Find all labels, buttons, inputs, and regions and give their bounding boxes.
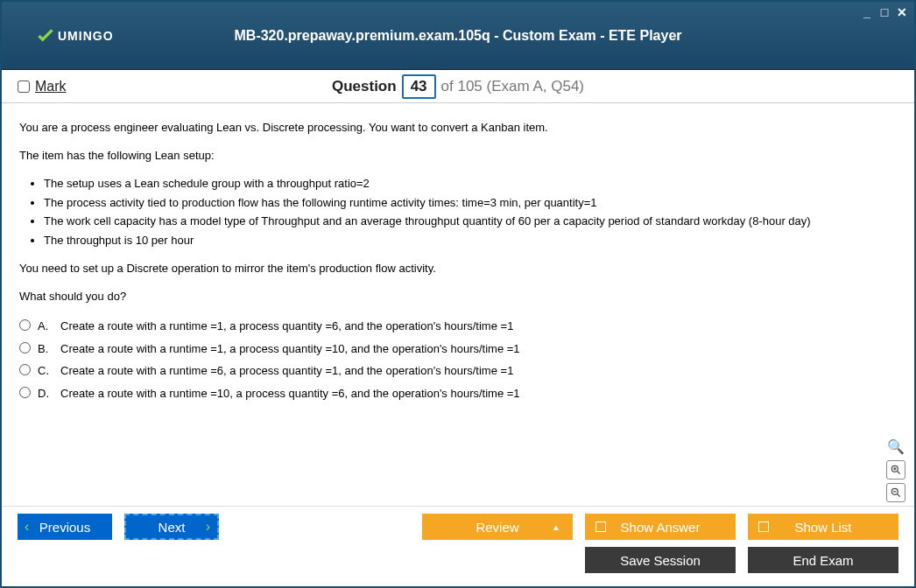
option-letter: B. [38, 340, 53, 358]
mark-label: Mark [35, 79, 67, 94]
option-c[interactable]: C. Create a route with a runtime =6, a p… [19, 360, 897, 382]
show-list-button[interactable]: Show List [748, 514, 898, 540]
zoom-out-button[interactable] [886, 483, 905, 502]
radio-icon [19, 364, 31, 375]
question-setup-label: The item has the following Lean setup: [19, 147, 897, 164]
svg-line-5 [898, 494, 900, 497]
save-session-button[interactable]: Save Session [585, 547, 736, 573]
button-label: Next [159, 520, 186, 535]
review-button[interactable]: Review ▲ [422, 514, 573, 540]
option-letter: C. [38, 362, 53, 380]
setup-list: The setup uses a Lean schedule group wit… [44, 174, 897, 249]
question-label: Question [332, 78, 397, 95]
list-item: The process activity tied to production … [44, 193, 897, 213]
option-text: Create a route with a runtime =1, a proc… [60, 340, 520, 358]
titlebar: UMINGO MB-320.prepaway.premium.exam.105q… [2, 2, 914, 70]
option-a[interactable]: A. Create a route with a runtime =1, a p… [19, 315, 897, 338]
question-number: 43 [402, 74, 436, 99]
chevron-right-icon: › [206, 519, 210, 535]
previous-button[interactable]: ‹ Previous [18, 514, 112, 540]
footer-row-2: Save Session End Exam [18, 547, 898, 573]
list-item: The setup uses a Lean schedule group wit… [44, 174, 897, 193]
question-header: Mark Question 43 of 105 (Exam A, Q54) [2, 70, 914, 103]
question-counter: Question 43 of 105 (Exam A, Q54) [332, 74, 584, 99]
button-label: Previous [39, 520, 90, 535]
option-b[interactable]: B. Create a route with a runtime =1, a p… [19, 338, 897, 360]
option-text: Create a route with a runtime =6, a proc… [60, 362, 513, 380]
radio-icon [19, 342, 31, 354]
close-icon[interactable]: ✕ [895, 5, 909, 19]
footer: ‹ Previous Next › Review ▲ Show Answer S… [2, 506, 914, 582]
button-label: Show Answer [621, 520, 701, 535]
checkmark-icon [37, 27, 54, 45]
footer-row-1: ‹ Previous Next › Review ▲ Show Answer S… [18, 514, 898, 540]
option-letter: A. [38, 318, 53, 335]
mark-checkbox[interactable]: Mark [18, 79, 67, 94]
button-label: End Exam [793, 553, 853, 568]
checkbox-icon [595, 522, 606, 532]
triangle-up-icon: ▲ [552, 522, 560, 532]
question-need: You need to set up a Discrete operation … [19, 260, 897, 277]
radio-icon [19, 319, 31, 331]
button-label: Show List [794, 520, 851, 535]
radio-icon [19, 387, 31, 398]
window-controls: _ □ ✕ [860, 5, 909, 19]
zoom-tools: 🔍 [886, 438, 905, 502]
option-d[interactable]: D. Create a route with a runtime =10, a … [19, 382, 897, 405]
logo-text: UMINGO [58, 29, 114, 43]
app-logo: UMINGO [37, 27, 114, 45]
zoom-in-button[interactable] [886, 460, 905, 480]
option-letter: D. [38, 385, 53, 402]
question-total: of 105 (Exam A, Q54) [441, 78, 584, 95]
list-item: The work cell capacity has a model type … [44, 212, 897, 231]
question-prompt: What should you do? [19, 288, 897, 305]
answer-options: A. Create a route with a runtime =1, a p… [19, 315, 897, 404]
svg-line-1 [898, 472, 900, 474]
button-label: Save Session [620, 553, 701, 568]
minimize-icon[interactable]: _ [860, 5, 874, 19]
option-text: Create a route with a runtime =10, a pro… [60, 385, 520, 402]
show-answer-button[interactable]: Show Answer [585, 514, 736, 540]
question-content: You are a process engineer evaluating Le… [2, 103, 914, 506]
chevron-left-icon: ‹ [25, 519, 29, 535]
checkbox-icon [18, 80, 30, 93]
checkbox-icon [758, 522, 769, 532]
button-label: Review [476, 520, 518, 535]
search-icon[interactable]: 🔍 [886, 438, 905, 457]
question-intro: You are a process engineer evaluating Le… [19, 119, 897, 136]
window-title: MB-320.prepaway.premium.exam.105q - Cust… [234, 28, 681, 44]
end-exam-button[interactable]: End Exam [748, 547, 898, 573]
next-button[interactable]: Next › [124, 514, 219, 540]
option-text: Create a route with a runtime =1, a proc… [60, 318, 513, 335]
maximize-icon[interactable]: □ [877, 5, 891, 19]
list-item: The throughput is 10 per hour [44, 231, 897, 250]
